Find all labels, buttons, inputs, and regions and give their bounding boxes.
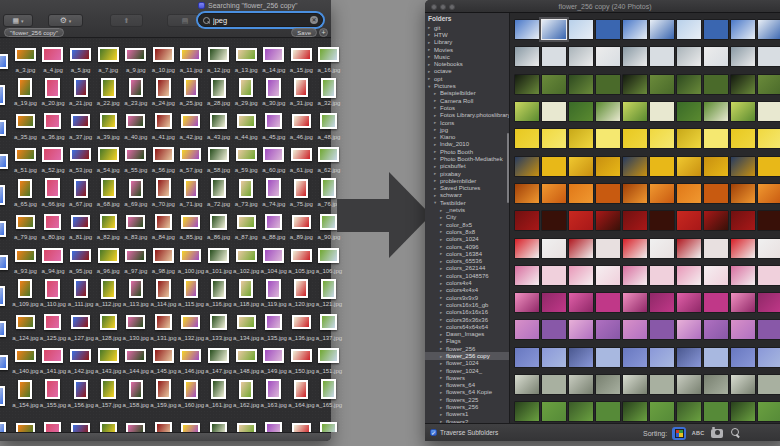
photo-cell[interactable] — [756, 262, 780, 289]
file-thumbnail[interactable] — [263, 42, 284, 67]
photo-cell[interactable] — [567, 371, 594, 398]
file-thumbnail[interactable] — [18, 276, 32, 301]
file-cell[interactable]: a_102.jpg — [232, 241, 260, 275]
file-thumbnail[interactable] — [237, 109, 256, 134]
photo-cell[interactable] — [702, 398, 729, 423]
photo-cell[interactable] — [648, 344, 675, 371]
file-thumbnail[interactable] — [45, 176, 60, 201]
photo-thumb[interactable] — [677, 239, 701, 258]
file-cell[interactable]: a_134.jpg — [232, 308, 260, 342]
file-thumbnail[interactable] — [71, 310, 90, 335]
photo-thumb[interactable] — [650, 75, 674, 94]
file-cell[interactable]: a_121.jpg — [315, 275, 343, 309]
file-thumbnail[interactable] — [0, 82, 5, 107]
photo-cell[interactable] — [594, 316, 621, 343]
file-thumbnail[interactable] — [0, 149, 8, 174]
file-thumbnail[interactable] — [291, 142, 312, 167]
file-thumbnail[interactable] — [320, 209, 337, 234]
file-thumbnail[interactable] — [320, 310, 337, 335]
sidebar-folder-git[interactable]: ▸git — [425, 24, 509, 31]
file-cell[interactable]: a_21.jpg — [67, 74, 95, 108]
disclosure-closed-icon[interactable]: ▸ — [440, 405, 444, 410]
photo-cell[interactable] — [648, 71, 675, 98]
action-menu-button[interactable]: ⚙ ▾ — [48, 14, 83, 27]
file-thumbnail[interactable] — [155, 109, 172, 134]
file-thumbnail[interactable] — [210, 209, 227, 234]
sidebar-folder-flowers-225[interactable]: ▸flowers_225 — [425, 396, 509, 403]
photo-thumb[interactable] — [677, 157, 701, 176]
sidebar-folder-flowers1[interactable]: ▸flowers1 — [425, 411, 509, 418]
file-cell[interactable]: a_94.jpg — [39, 241, 67, 275]
photo-cell[interactable] — [702, 16, 729, 43]
sidebar-folder-fotos[interactable]: ▸Fotos — [425, 104, 509, 111]
photo-cell[interactable] — [513, 16, 540, 43]
photo-cell[interactable] — [513, 71, 540, 98]
file-cell[interactable]: a_120.jpg — [288, 275, 316, 309]
photo-thumb[interactable] — [569, 239, 593, 258]
sidebar-folder-testbilder[interactable]: ▾Testbilder — [425, 199, 509, 206]
file-cell[interactable]: a_74.jpg — [260, 174, 288, 208]
photo-cell[interactable] — [675, 98, 702, 125]
photo-cell[interactable] — [594, 289, 621, 316]
disclosure-closed-icon[interactable]: ▸ — [434, 127, 438, 132]
disclosure-open-icon[interactable]: ▾ — [434, 200, 438, 205]
photo-thumb[interactable] — [677, 293, 701, 312]
photo-thumb[interactable] — [731, 402, 755, 421]
file-thumbnail[interactable] — [15, 343, 36, 368]
sidebar-folder-colors-65536[interactable]: ▸colors_65536 — [425, 258, 509, 265]
photo-cell[interactable] — [540, 371, 567, 398]
file-cell[interactable]: a_159.jpg — [150, 375, 178, 409]
file-thumbnail[interactable] — [211, 276, 226, 301]
photo-thumb[interactable] — [542, 239, 566, 258]
photo-thumb[interactable] — [596, 402, 620, 421]
photo-cell[interactable] — [594, 371, 621, 398]
file-cell[interactable]: a_132.jpg — [177, 308, 205, 342]
photo-thumb[interactable] — [650, 102, 674, 121]
file-cell[interactable]: a_68.jpg — [94, 174, 122, 208]
file-thumbnail[interactable] — [70, 243, 91, 268]
file-cell[interactable]: a_16.jpg — [315, 40, 343, 74]
photo-thumb[interactable] — [596, 184, 620, 203]
photo-thumb[interactable] — [650, 402, 674, 421]
file-thumbnail[interactable] — [70, 142, 91, 167]
sidebar-folder-flowers-256[interactable]: ▸flowers_256 — [425, 403, 509, 410]
disclosure-closed-icon[interactable]: ▸ — [440, 383, 444, 388]
photo-thumb[interactable] — [569, 375, 593, 394]
sidebar-folder-flower-256[interactable]: ▸flower_256 — [425, 345, 509, 352]
file-cell[interactable]: a_13.jpg — [232, 40, 260, 74]
sidebar-folder-dawn-images[interactable]: ▸Dawn_Images — [425, 330, 509, 337]
file-thumbnail[interactable] — [210, 310, 227, 335]
file-cell[interactable] — [122, 409, 150, 433]
search-photos-button[interactable] — [729, 427, 743, 440]
file-thumbnail[interactable] — [126, 310, 145, 335]
file-cell[interactable]: a_32.jpg — [315, 74, 343, 108]
photo-thumb[interactable] — [650, 348, 674, 367]
photo-thumb[interactable] — [623, 211, 647, 230]
photo-thumb[interactable] — [650, 47, 674, 66]
file-thumbnail[interactable] — [237, 310, 256, 335]
photo-thumb[interactable] — [569, 184, 593, 203]
sidebar-folder-music[interactable]: ▸Music — [425, 53, 509, 60]
file-cell[interactable]: a_116.jpg — [205, 275, 233, 309]
file-cell[interactable]: a_23.jpg — [122, 74, 150, 108]
photo-thumb[interactable] — [758, 157, 780, 176]
file-thumbnail[interactable] — [320, 417, 337, 432]
sidebar-folder-flowers[interactable]: ▸flowers — [425, 374, 509, 381]
file-thumbnail[interactable] — [98, 142, 119, 167]
photo-cell[interactable] — [621, 344, 648, 371]
file-cell[interactable]: a_164.jpg — [288, 375, 316, 409]
file-thumbnail[interactable] — [294, 377, 308, 402]
photo-cell[interactable] — [540, 262, 567, 289]
photo-thumb[interactable] — [704, 211, 728, 230]
disclosure-closed-icon[interactable]: ▸ — [440, 273, 444, 278]
file-thumbnail[interactable] — [265, 417, 282, 432]
photo-cell[interactable] — [648, 207, 675, 234]
photo-cell[interactable] — [594, 234, 621, 261]
photo-thumb[interactable] — [569, 102, 593, 121]
file-thumbnail[interactable] — [239, 176, 253, 201]
file-thumbnail[interactable] — [292, 310, 311, 335]
file-cell[interactable]: a_58.jpg — [205, 141, 233, 175]
photo-cell[interactable] — [513, 289, 540, 316]
photo-thumb[interactable] — [650, 266, 674, 285]
photo-thumb[interactable] — [542, 184, 566, 203]
